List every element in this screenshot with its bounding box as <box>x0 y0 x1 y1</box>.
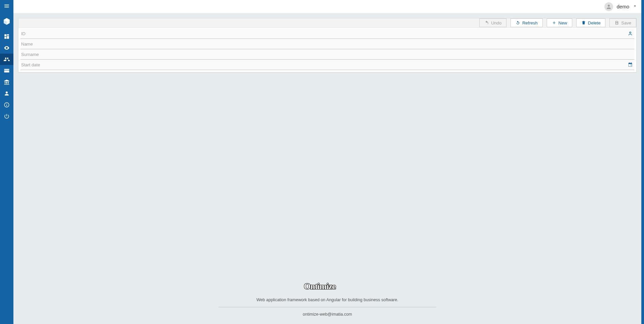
ontimize-logo-icon: Ontimize <box>304 280 351 293</box>
credit-card-icon <box>4 68 10 74</box>
footer-email: ontimize-web@imatia.com <box>303 312 352 317</box>
footer-brand: Ontimize <box>304 280 351 295</box>
svg-text:Ontimize: Ontimize <box>304 281 336 291</box>
undo-label: Undo <box>491 20 501 25</box>
footer-divider <box>218 307 436 307</box>
surname-field-label: Surname <box>20 52 634 57</box>
sidebar-item-customers[interactable] <box>0 54 13 65</box>
main-column: demo Undo Refresh New <box>13 0 641 324</box>
dashboard-icon <box>4 34 10 40</box>
app-logo-icon <box>3 17 11 25</box>
form-fields: ID Name Surname Start date <box>18 28 636 72</box>
name-field[interactable]: Name <box>20 39 634 49</box>
svg-point-3 <box>608 5 610 7</box>
footer-description: Web application framework based on Angul… <box>257 298 398 302</box>
id-field[interactable]: ID <box>20 28 634 39</box>
new-label: New <box>558 20 567 25</box>
form-toolbar: Undo Refresh New Delete Save <box>18 18 636 28</box>
person-icon <box>4 90 10 96</box>
form-card: Undo Refresh New Delete Save <box>18 18 637 72</box>
trash-icon <box>581 20 586 25</box>
refresh-button[interactable]: Refresh <box>511 18 543 27</box>
bank-icon <box>4 79 10 85</box>
people-icon <box>4 56 10 62</box>
person-outline-icon <box>628 31 633 36</box>
right-scrollbar-track[interactable] <box>641 0 644 324</box>
username-label: demo <box>616 4 629 9</box>
startdate-field[interactable]: Start date <box>20 60 634 70</box>
startdate-suffix-icon-wrap[interactable] <box>628 62 634 67</box>
id-field-label: ID <box>20 31 628 36</box>
info-icon <box>4 102 10 108</box>
calendar-icon <box>628 62 633 67</box>
avatar[interactable] <box>604 2 613 11</box>
sidebar-nav <box>0 31 13 122</box>
sidebar-item-info[interactable] <box>0 99 13 111</box>
footer: Ontimize Web application framework based… <box>18 274 637 322</box>
eye-icon <box>4 45 10 51</box>
sidebar <box>0 0 13 324</box>
undo-button[interactable]: Undo <box>479 18 506 27</box>
topbar: demo <box>13 0 641 13</box>
power-icon <box>4 113 10 119</box>
startdate-field-label: Start date <box>20 62 628 67</box>
refresh-label: Refresh <box>522 20 538 25</box>
sidebar-item-visibility[interactable] <box>0 42 13 54</box>
save-button[interactable]: Save <box>609 18 636 27</box>
svg-point-4 <box>630 32 631 33</box>
new-button[interactable]: New <box>547 18 572 27</box>
sidebar-item-dashboard[interactable] <box>0 31 13 42</box>
save-label: Save <box>621 20 631 25</box>
delete-button[interactable]: Delete <box>576 18 606 27</box>
sidebar-item-power[interactable] <box>0 111 13 122</box>
app-logo <box>0 12 13 31</box>
content-area: Undo Refresh New Delete Save <box>13 13 641 324</box>
undo-icon <box>484 20 489 25</box>
plus-icon <box>552 20 556 25</box>
id-suffix-icon-wrap <box>628 31 634 36</box>
save-icon <box>614 20 619 25</box>
sidebar-item-bank[interactable] <box>0 76 13 88</box>
delete-label: Delete <box>588 20 601 25</box>
sidebar-item-cards[interactable] <box>0 65 13 76</box>
name-field-label: Name <box>20 42 634 47</box>
svg-point-2 <box>6 104 7 104</box>
hamburger-menu-button[interactable] <box>0 0 13 12</box>
hamburger-icon <box>4 3 10 9</box>
refresh-icon <box>516 20 520 25</box>
surname-field[interactable]: Surname <box>20 49 634 60</box>
sidebar-item-employees[interactable] <box>0 88 13 99</box>
chevron-down-icon <box>633 4 637 8</box>
user-menu-toggle[interactable] <box>633 4 637 10</box>
avatar-icon <box>606 4 612 10</box>
